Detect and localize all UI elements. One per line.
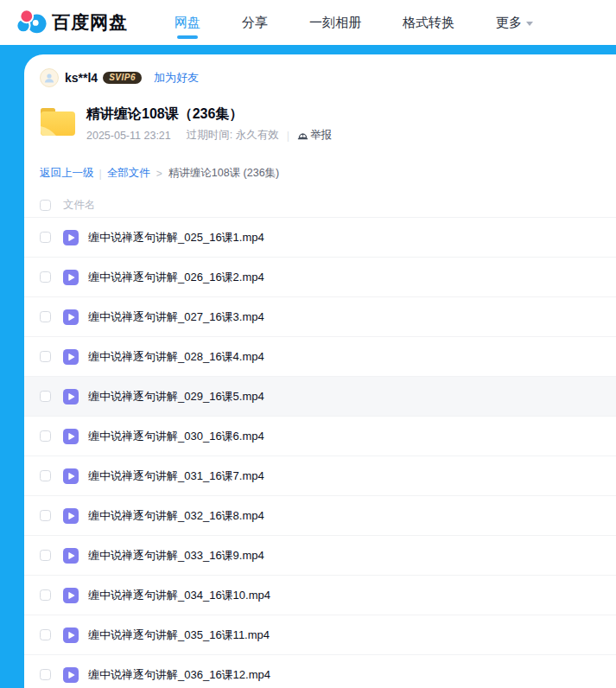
file-row[interactable]: 缠中说禅逐句讲解_033_16课9.mp4: [24, 536, 616, 576]
file-row-hovered[interactable]: 缠中说禅逐句讲解_029_16课5.mp4: [24, 377, 616, 417]
row-checkbox[interactable]: [40, 271, 51, 283]
file-name-link[interactable]: 缠中说禅逐句讲解_027_16课3.mp4: [88, 309, 264, 325]
row-checkbox[interactable]: [40, 629, 51, 640]
file-name-link[interactable]: 缠中说禅逐句讲解_028_16课4.mp4: [88, 349, 264, 365]
share-time: 2025-05-11 23:21: [86, 130, 171, 142]
file-row[interactable]: 缠中说禅逐句讲解_034_16课10.mp4: [24, 576, 616, 615]
video-file-icon: [63, 270, 79, 285]
file-name-link[interactable]: 缠中说禅逐句讲解_026_16课2.mp4: [88, 270, 264, 285]
share-content-card: ks**l4 SVIP6 加为好友 精讲缠论108课（23: [24, 54, 616, 688]
report-alarm-icon: [297, 130, 308, 141]
file-name-link[interactable]: 缠中说禅逐句讲解_032_16课8.mp4: [88, 508, 264, 524]
file-row[interactable]: 缠中说禅逐句讲解_032_16课8.mp4: [24, 496, 616, 536]
file-row[interactable]: 缠中说禅逐句讲解_026_16课2.mp4: [24, 258, 616, 297]
file-name-link[interactable]: 缠中说禅逐句讲解_034_16课10.mp4: [88, 588, 270, 603]
video-file-icon: [63, 429, 79, 444]
nav-tab-share[interactable]: 分享: [242, 15, 268, 31]
file-name-link[interactable]: 缠中说禅逐句讲解_035_16课11.mp4: [88, 627, 270, 643]
row-checkbox[interactable]: [40, 589, 51, 601]
file-name-link[interactable]: 缠中说禅逐句讲解_033_16课9.mp4: [88, 548, 264, 564]
filename-column-header: 文件名: [63, 198, 96, 213]
add-friend-link[interactable]: 加为好友: [154, 70, 199, 86]
breadcrumb-separator: >: [156, 168, 162, 180]
row-checkbox[interactable]: [40, 510, 51, 521]
top-header: 百度网盘 网盘 分享 一刻相册 格式转换 更多: [0, 0, 616, 45]
share-folder-info: 精讲缠论108课（236集） 2025-05-11 23:21 过期时间: 永久…: [40, 105, 616, 143]
file-row[interactable]: 缠中说禅逐句讲解_031_16课7.mp4: [24, 456, 616, 496]
share-title: 精讲缠论108课（236集）: [86, 105, 332, 123]
file-name-link[interactable]: 缠中说禅逐句讲解_025_16课1.mp4: [88, 230, 264, 245]
file-name-link[interactable]: 缠中说禅逐句讲解_030_16课6.mp4: [88, 429, 264, 444]
breadcrumb-current-folder: 精讲缠论108课 (236集): [168, 166, 280, 181]
row-checkbox[interactable]: [40, 311, 51, 322]
video-file-icon: [63, 548, 79, 564]
nav-tab-more[interactable]: 更多: [496, 15, 533, 31]
chevron-down-icon: [526, 22, 533, 26]
baidu-netdisk-logo[interactable]: 百度网盘: [16, 8, 128, 38]
main-nav: 网盘 分享 一刻相册 格式转换 更多: [175, 15, 533, 31]
file-row[interactable]: 缠中说禅逐句讲解_036_16课12.mp4: [24, 655, 616, 688]
nav-tab-netdisk[interactable]: 网盘: [175, 15, 200, 31]
file-name-link[interactable]: 缠中说禅逐句讲解_036_16课12.mp4: [88, 667, 270, 683]
video-file-icon: [63, 508, 79, 524]
nav-tab-album[interactable]: 一刻相册: [309, 15, 361, 31]
breadcrumb: 返回上一级 | 全部文件 > 精讲缠论108课 (236集): [40, 166, 616, 181]
file-row[interactable]: 缠中说禅逐句讲解_030_16课6.mp4: [24, 417, 616, 456]
logo-text: 百度网盘: [52, 10, 128, 35]
meta-divider: |: [287, 130, 289, 142]
row-checkbox[interactable]: [40, 550, 51, 561]
netdisk-logo-icon: [16, 8, 47, 38]
file-row[interactable]: 缠中说禅逐句讲解_027_16课3.mp4: [24, 297, 616, 337]
row-checkbox[interactable]: [40, 391, 51, 402]
owner-username: ks**l4: [65, 71, 98, 85]
share-owner-row: ks**l4 SVIP6 加为好友: [40, 67, 616, 88]
svip-badge: SVIP6: [103, 72, 142, 85]
video-file-icon: [63, 627, 79, 643]
video-file-icon: [63, 349, 79, 365]
file-name-link[interactable]: 缠中说禅逐句讲解_031_16课7.mp4: [88, 468, 264, 484]
page-background: ks**l4 SVIP6 加为好友 精讲缠论108课（23: [0, 45, 616, 688]
video-file-icon: [63, 309, 79, 325]
avatar: [40, 68, 59, 87]
video-file-icon: [63, 230, 79, 245]
video-file-icon: [63, 588, 79, 603]
select-all-checkbox[interactable]: [40, 200, 51, 211]
video-file-icon: [63, 389, 79, 405]
row-checkbox[interactable]: [40, 430, 51, 442]
breadcrumb-pipe: |: [99, 168, 102, 180]
row-checkbox[interactable]: [40, 470, 51, 481]
file-row[interactable]: 缠中说禅逐句讲解_025_16课1.mp4: [24, 218, 616, 258]
folder-icon: [40, 105, 76, 143]
row-checkbox[interactable]: [40, 232, 51, 243]
breadcrumb-back-link[interactable]: 返回上一级: [40, 166, 94, 181]
row-checkbox[interactable]: [40, 669, 51, 680]
expire-info: 过期时间: 永久有效: [187, 128, 279, 143]
breadcrumb-all-files-link[interactable]: 全部文件: [107, 166, 150, 181]
file-row[interactable]: 缠中说禅逐句讲解_028_16课4.mp4: [24, 337, 616, 377]
video-file-icon: [63, 468, 79, 484]
file-list: 缠中说禅逐句讲解_025_16课1.mp4 缠中说禅逐句讲解_026_16课2.…: [24, 217, 616, 688]
file-row[interactable]: 缠中说禅逐句讲解_035_16课11.mp4: [24, 615, 616, 655]
file-list-header: 文件名: [40, 198, 616, 212]
report-button[interactable]: 举报: [297, 128, 332, 143]
nav-tab-convert[interactable]: 格式转换: [403, 15, 454, 31]
file-name-link[interactable]: 缠中说禅逐句讲解_029_16课5.mp4: [88, 389, 264, 405]
video-file-icon: [63, 667, 79, 683]
row-checkbox[interactable]: [40, 351, 51, 362]
